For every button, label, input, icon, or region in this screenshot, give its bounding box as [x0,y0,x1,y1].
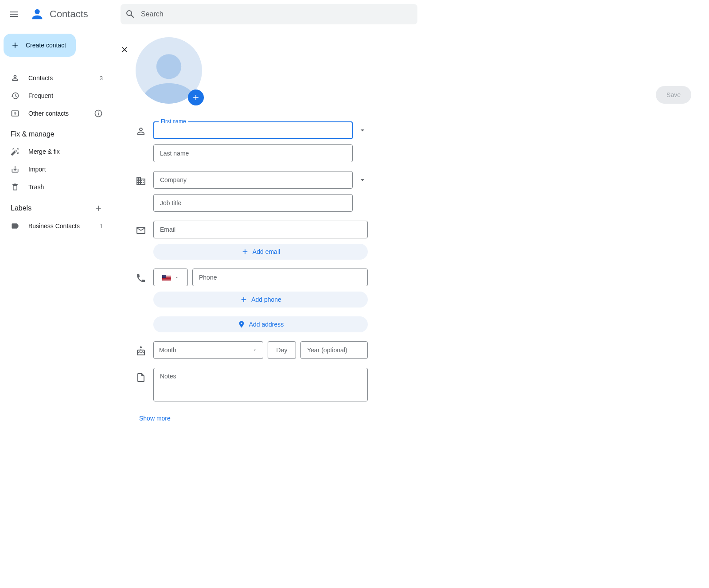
hamburger-icon [9,9,19,19]
person-icon [136,126,146,136]
sidebar-item-merge-fix[interactable]: Merge & fix [4,143,110,160]
sidebar-item-frequent[interactable]: Frequent [4,87,110,105]
month-placeholder: Month [159,347,176,354]
trash-icon [11,183,19,191]
nav-label: Business Contacts [28,222,91,230]
app-logo [28,5,46,23]
jobtitle-placeholder: Job title [154,195,352,211]
email-field[interactable]: Email [153,221,368,238]
nav-label: Merge & fix [28,148,103,155]
app-title: Contacts [50,8,88,20]
phone-country-select[interactable] [153,269,188,286]
contacts-logo-icon [30,7,45,22]
create-contact-label: Create contact [26,42,66,49]
expand-company-button[interactable] [357,171,368,189]
chevron-down-icon [358,126,367,135]
nav-label: Frequent [28,92,103,99]
company-field[interactable]: Company [153,171,353,189]
download-icon [11,165,19,174]
add-phone-button[interactable]: Add phone [153,292,368,308]
main-content: First name Last name [113,28,709,422]
plus-icon [11,41,19,50]
search-input[interactable] [136,10,413,18]
first-name-field[interactable]: First name [153,121,353,139]
day-field[interactable]: Day [268,341,296,359]
svg-point-0 [35,9,39,14]
phone-icon [136,273,146,284]
last-name-field[interactable]: Last name [153,144,353,162]
sidebar-item-trash[interactable]: Trash [4,178,110,196]
nav-label: Other contacts [28,110,85,117]
add-email-button[interactable]: Add email [153,244,368,260]
company-placeholder: Company [154,171,352,188]
phone-placeholder: Phone [193,269,367,286]
last-name-placeholder: Last name [154,145,352,162]
note-icon [136,372,146,383]
first-name-label: First name [159,118,188,125]
avatar-container [136,37,202,104]
sidebar-item-import[interactable]: Import [4,160,110,178]
cake-icon [136,346,146,356]
header-left: Contacts [4,4,117,25]
dropdown-icon [252,347,257,353]
add-phone-label: Add phone [251,296,281,303]
svg-point-1 [156,54,181,79]
nav-label: Trash [28,183,103,191]
history-icon [11,91,19,100]
nav-count: 3 [100,75,103,82]
location-icon [238,320,245,328]
building-icon [136,175,146,186]
close-icon [120,45,129,54]
search-bar[interactable] [121,4,417,24]
info-icon[interactable] [94,109,103,118]
jobtitle-field[interactable]: Job title [153,194,353,212]
header: Contacts [0,0,709,28]
save-label: Save [666,91,681,98]
sidebar-label-business-contacts[interactable]: Business Contacts 1 [4,217,110,235]
nav-label: Contacts [28,74,91,82]
fix-manage-heading: Fix & manage [4,126,110,143]
label-icon [11,222,19,230]
day-placeholder: Day [268,342,296,358]
save-button[interactable]: Save [656,86,691,104]
plus-icon [240,296,248,304]
plus-icon [241,248,249,256]
add-address-button[interactable]: Add address [153,316,368,332]
show-more-link[interactable]: Show more [136,410,171,422]
year-placeholder: Year (optional) [301,342,367,358]
add-label-icon[interactable] [94,204,103,213]
sidebar-item-other-contacts[interactable]: Other contacts [4,105,110,122]
expand-name-button[interactable] [357,121,368,139]
nav-label: Import [28,166,103,173]
nav-count: 1 [100,223,103,230]
archive-icon [11,109,19,118]
first-name-input[interactable] [154,122,352,138]
main-menu-button[interactable] [4,4,25,25]
labels-heading: Labels [4,199,110,217]
add-email-label: Add email [253,248,280,255]
phone-field[interactable]: Phone [192,269,368,286]
sidebar: Create contact Contacts 3 Frequent Other… [0,28,113,422]
add-address-label: Add address [249,321,284,328]
create-contact-button[interactable]: Create contact [4,34,76,57]
person-icon [11,74,19,82]
notes-placeholder: Notes [160,373,176,380]
mail-icon [136,225,146,236]
notes-field[interactable]: Notes [153,368,368,401]
search-icon [125,9,136,19]
labels-heading-text: Labels [11,204,31,212]
plus-icon [191,93,200,102]
email-placeholder: Email [154,221,367,238]
month-select[interactable]: Month [153,341,263,359]
close-button[interactable] [116,41,133,58]
sidebar-item-contacts[interactable]: Contacts 3 [4,69,110,87]
flag-us-icon [162,275,171,280]
wand-icon [11,147,19,156]
add-photo-button[interactable] [188,90,204,105]
dropdown-icon [175,275,179,280]
year-field[interactable]: Year (optional) [300,341,368,359]
chevron-down-icon [358,175,367,184]
